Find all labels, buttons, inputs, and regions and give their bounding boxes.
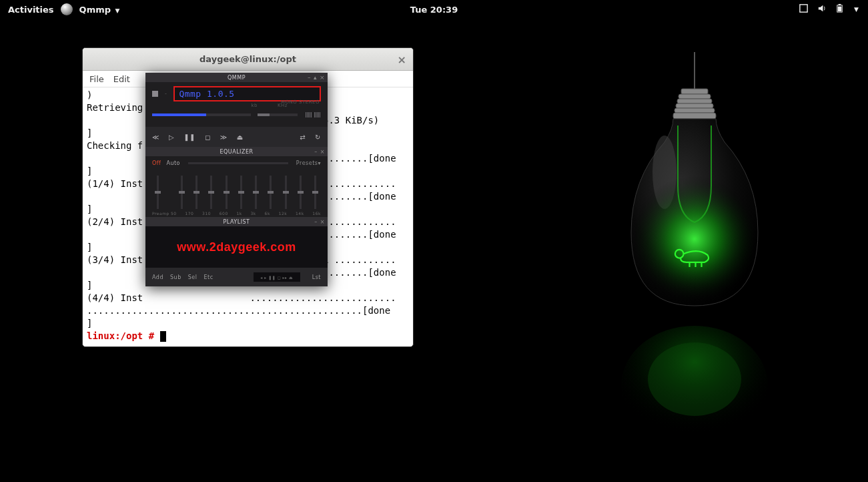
shade-icon[interactable]: –	[314, 219, 318, 225]
pause-button[interactable]: ❚❚	[183, 134, 195, 141]
app-icon	[61, 3, 73, 15]
pl-toggle-icon[interactable]	[314, 112, 321, 117]
minimize-icon[interactable]: –	[308, 74, 311, 81]
eq-band-slider[interactable]	[295, 176, 306, 209]
svg-rect-2	[839, 4, 841, 5]
menu-edit[interactable]: Edit	[113, 74, 130, 84]
lightbulb-graphic	[588, 52, 801, 466]
eq-preamp-label: Preamp	[152, 211, 171, 216]
qmmp-main-titlebar[interactable]: QMMP –▴×	[145, 73, 328, 82]
svg-point-12	[631, 176, 758, 302]
accessibility-icon[interactable]	[799, 3, 809, 15]
track-time: -	[165, 91, 167, 97]
volume-slider[interactable]	[258, 113, 298, 116]
seek-slider[interactable]	[152, 113, 251, 116]
watermark-text: www.2daygeek.com	[177, 240, 296, 254]
shade-icon[interactable]: ▴	[314, 74, 317, 81]
playlist-mini-controls[interactable]: ◂ ▸ ❚❚ ◻ ▸▸ ⏏	[254, 272, 300, 282]
play-button[interactable]: ▷	[169, 134, 174, 141]
stop-indicator-icon	[152, 91, 158, 97]
svg-rect-0	[800, 5, 807, 12]
svg-rect-3	[838, 7, 842, 12]
cursor-icon	[160, 331, 166, 342]
svg-rect-8	[676, 103, 713, 108]
shuffle-button[interactable]: ⇄	[300, 134, 306, 141]
next-button[interactable]: ≫	[220, 134, 228, 141]
app-menu[interactable]: Qmmp ▼	[79, 5, 120, 15]
svg-rect-7	[677, 99, 712, 103]
playlist-etc-button[interactable]: Etc	[203, 274, 213, 280]
eq-band-slider[interactable]	[221, 176, 232, 209]
playlist-toolbar: Add Sub Sel Etc ◂ ▸ ❚❚ ◻ ▸▸ ⏏ Lst	[145, 268, 328, 286]
shade-icon[interactable]: –	[314, 149, 318, 155]
eq-band-slider[interactable]	[251, 176, 262, 209]
eq-band-slider[interactable]	[280, 176, 291, 209]
eject-button[interactable]: ⏏	[237, 134, 244, 141]
svg-rect-5	[681, 89, 708, 94]
equalizer-titlebar[interactable]: EQUALIZER –×	[145, 147, 328, 156]
eq-balance-slider[interactable]	[188, 162, 288, 164]
gnome-top-bar: Activities Qmmp ▼ Tue 20:39 ▼	[0, 0, 868, 19]
playlist-add-button[interactable]: Add	[152, 274, 163, 280]
eq-band-slider[interactable]	[176, 176, 187, 209]
terminal-title: daygeek@linux:/opt	[199, 54, 296, 64]
activities-button[interactable]: Activities	[8, 5, 54, 15]
eq-band-slider[interactable]	[191, 176, 202, 209]
menu-file[interactable]: File	[89, 74, 104, 84]
playlist-sub-button[interactable]: Sub	[170, 274, 181, 280]
qmmp-title: QMMP	[228, 75, 246, 81]
equalizer-title: EQUALIZER	[220, 149, 253, 155]
svg-point-15	[648, 342, 741, 416]
playlist-sel-button[interactable]: Sel	[188, 274, 197, 280]
close-icon[interactable]: ×	[320, 149, 325, 155]
playlist-titlebar[interactable]: PLAYLIST –×	[145, 217, 328, 226]
terminal-prompt: linux:/opt #	[87, 330, 160, 341]
eq-off-button[interactable]: Off	[152, 160, 161, 166]
playlist-area[interactable]: www.2daygeek.com	[145, 226, 328, 268]
battery-icon[interactable]	[835, 3, 845, 15]
playlist-title: PLAYLIST	[224, 219, 250, 225]
eq-toggle-icon[interactable]	[306, 112, 312, 117]
prev-button[interactable]: ≪	[152, 134, 159, 141]
svg-rect-6	[679, 94, 711, 99]
playlist-lst-button[interactable]: Lst	[312, 274, 321, 280]
volume-icon[interactable]	[817, 3, 827, 15]
chevron-down-icon: ▼	[115, 7, 120, 14]
player-controls: ≪ ▷ ❚❚ ◻ ≫ ⏏ ⇄ ↻	[145, 127, 328, 147]
stop-button[interactable]: ◻	[205, 134, 211, 141]
eq-band-slider[interactable]	[310, 176, 321, 209]
terminal-titlebar[interactable]: daygeek@linux:/opt ×	[83, 48, 413, 71]
repeat-button[interactable]: ↻	[315, 134, 321, 141]
svg-rect-9	[675, 108, 715, 113]
eq-band-slider[interactable]	[266, 176, 276, 209]
qmmp-player-window[interactable]: QMMP –▴× - Qmmp 1.0.5 kb KHz MONO STEREO…	[145, 73, 328, 286]
close-icon[interactable]: ×	[320, 219, 325, 225]
system-menu-chevron-icon[interactable]: ▼	[854, 6, 859, 13]
equalizer-panel: Off Auto Presets▾ Preamp 50 170 310	[145, 156, 328, 217]
eq-presets-button[interactable]: Presets▾	[296, 160, 321, 166]
close-icon[interactable]: ×	[398, 53, 406, 66]
eq-auto-button[interactable]: Auto	[166, 160, 180, 166]
bitrate-label: kb	[251, 103, 258, 108]
eq-preamp-slider[interactable]	[152, 176, 163, 209]
eq-band-slider[interactable]	[236, 176, 246, 209]
clock[interactable]: Tue 20:39	[410, 5, 458, 15]
svg-rect-10	[673, 113, 716, 119]
eq-band-slider[interactable]	[206, 176, 217, 209]
close-icon[interactable]: ×	[320, 74, 325, 81]
